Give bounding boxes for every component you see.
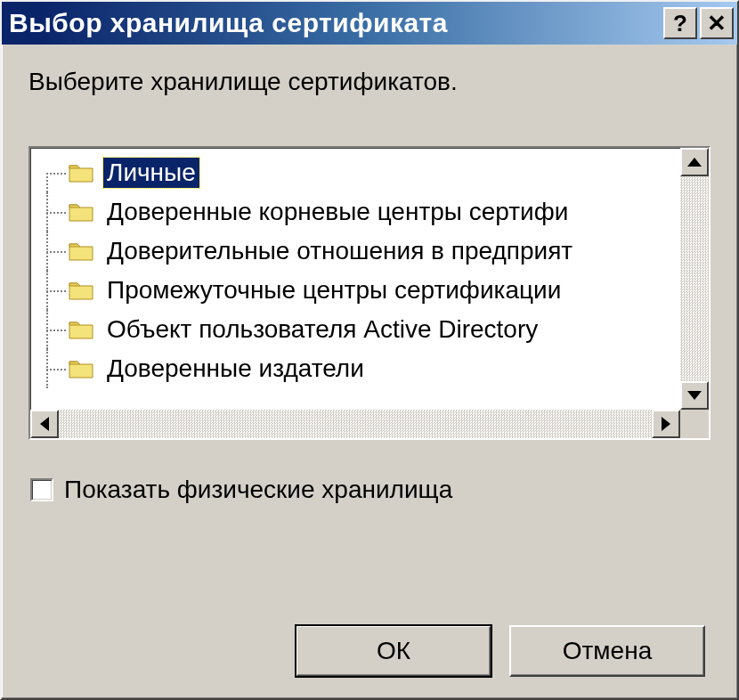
scroll-down-button[interactable] [680, 381, 709, 410]
scroll-up-button[interactable] [680, 148, 709, 176]
arrow-right-icon [662, 417, 670, 431]
close-icon: ✕ [707, 10, 727, 37]
folder-icon [68, 240, 94, 262]
scroll-left-button[interactable] [30, 410, 59, 438]
titlebar[interactable]: Выбор хранилища сертификата ? ✕ [2, 2, 737, 45]
help-button[interactable]: ? [663, 7, 697, 39]
prompt-text: Выберите хранилище сертификатов. [28, 68, 711, 96]
ok-button[interactable]: ОК [296, 625, 491, 677]
folder-icon [68, 280, 94, 301]
horizontal-scrollbar[interactable] [30, 410, 680, 438]
help-icon: ? [673, 10, 687, 37]
tree-item-label: Доверительные отношения в предприят [103, 236, 576, 266]
titlebar-buttons: ? ✕ [663, 7, 734, 39]
scroll-right-button[interactable] [652, 410, 680, 438]
ok-button-label: ОК [377, 637, 410, 665]
tree-item-label: Личные [103, 158, 199, 188]
folder-icon [68, 358, 94, 379]
tree-item[interactable]: Объект пользователя Active Directory [36, 310, 680, 349]
dialog-body: Выберите хранилище сертификатов. Личные … [2, 45, 737, 698]
tree-item-label: Объект пользователя Active Directory [103, 314, 541, 345]
checkbox-box [30, 478, 53, 501]
checkbox-label: Показать физические хранилища [64, 476, 452, 504]
folder-icon [68, 162, 94, 183]
arrow-left-icon [40, 417, 49, 431]
tree-item[interactable]: Личные [36, 153, 680, 192]
show-physical-stores-checkbox[interactable]: Показать физические хранилища [30, 476, 711, 504]
tree-item-label: Промежуточные центры сертификации [103, 275, 564, 305]
cancel-button-label: Отмена [563, 637, 652, 665]
cancel-button[interactable]: Отмена [509, 625, 705, 677]
arrow-up-icon [687, 158, 702, 167]
folder-icon [68, 319, 94, 340]
folder-icon [68, 201, 94, 223]
tree-item-label: Доверенные корневые центры сертифи [103, 197, 572, 227]
arrow-down-icon [687, 391, 702, 400]
tree-item[interactable]: Доверенные корневые центры сертифи [36, 192, 680, 232]
certificate-store-tree[interactable]: Личные Доверенные корневые центры сертиф… [28, 146, 711, 440]
window-title: Выбор хранилища сертификата [9, 8, 663, 38]
close-button[interactable]: ✕ [700, 7, 734, 39]
tree-item[interactable]: Промежуточные центры сертификации [36, 271, 680, 310]
vertical-scrollbar[interactable] [680, 148, 709, 410]
tree-content: Личные Доверенные корневые центры сертиф… [30, 148, 680, 410]
certificate-store-dialog: Выбор хранилища сертификата ? ✕ Выберите… [0, 0, 739, 700]
tree-item[interactable]: Доверительные отношения в предприят [36, 232, 680, 271]
tree-item[interactable]: Доверенные издатели [36, 349, 680, 388]
dialog-buttons: ОК Отмена [28, 625, 711, 677]
tree-item-label: Доверенные издатели [103, 354, 368, 384]
scroll-corner [680, 410, 709, 438]
